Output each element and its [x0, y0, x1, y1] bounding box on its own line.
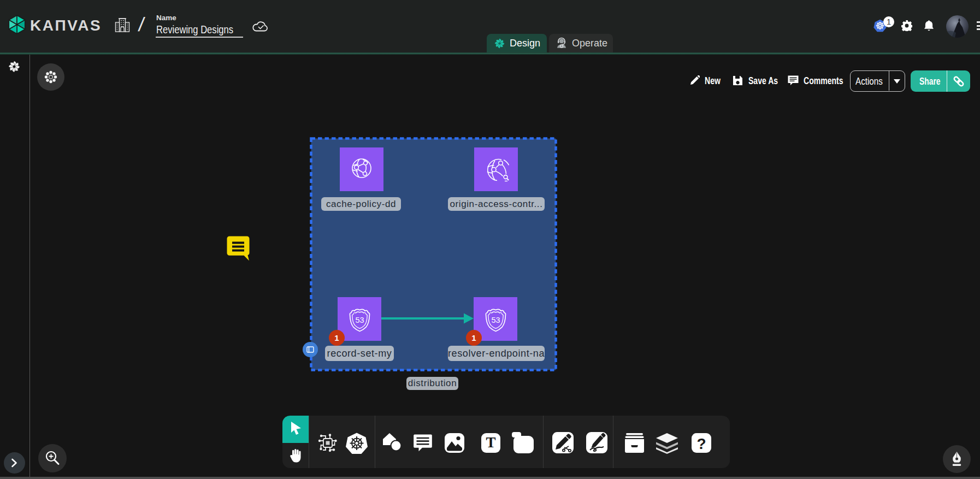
svg-text:53: 53: [355, 316, 364, 324]
svg-text:53: 53: [491, 316, 500, 324]
